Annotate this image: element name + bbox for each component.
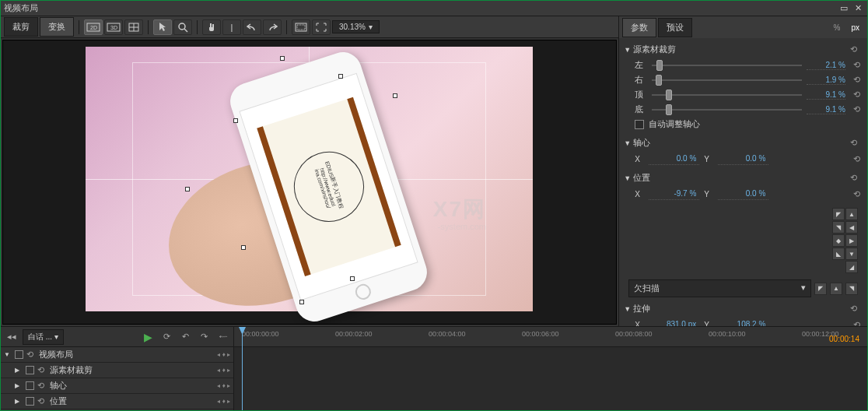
keyframe-nav[interactable]: ◂ ♦ ▸ (217, 398, 230, 405)
expand-icon[interactable]: ▶ (15, 367, 23, 374)
reset-icon[interactable]: ⟲ (850, 154, 863, 164)
slider-right[interactable] (652, 75, 802, 86)
reset-icon[interactable]: ⟲ (850, 320, 863, 327)
track-video-layout[interactable]: ▼ ⟲ 视频布局 ◂ ♦ ▸ (1, 347, 233, 363)
selection-handle[interactable] (338, 74, 343, 79)
tab-presets[interactable]: 预设 (658, 18, 692, 37)
undo-button[interactable] (243, 19, 261, 35)
stretch-x[interactable]: 831.0 px (649, 318, 699, 326)
preview-content[interactable]: EDIUS新手入门教程 http://www.eduol ina.com/xin… (167, 70, 432, 304)
value-bottom[interactable]: 9.1 % (807, 105, 845, 114)
selection-handle[interactable] (299, 300, 304, 304)
fit-button[interactable]: ◥ (845, 283, 858, 295)
stretch-y[interactable]: 108.2 % (718, 318, 768, 326)
reset-icon[interactable]: ⟲ (26, 350, 36, 360)
selection-handle[interactable] (350, 276, 355, 281)
nav-down-button[interactable]: ▼ (845, 248, 858, 260)
grid-button[interactable] (124, 19, 143, 35)
nav-up-button[interactable]: ▲ (845, 208, 858, 220)
keyframe-nav[interactable]: ◂ ♦ ▸ (217, 351, 230, 358)
selection-handle[interactable] (241, 245, 246, 250)
track-checkbox[interactable] (26, 366, 34, 374)
prev-button[interactable]: ↶ (177, 330, 193, 344)
timeline-area[interactable]: 00:00:00:00 00:00:02:00 00:00:04:00 00:0… (234, 327, 867, 410)
position-x[interactable]: -9.7 % (649, 188, 699, 200)
nav-right-button[interactable]: ▶ (845, 234, 858, 247)
safe-zone-button[interactable] (292, 19, 310, 35)
zoom-display[interactable]: 30.13% ▾ (332, 20, 380, 33)
minimize-button[interactable]: ▭ (838, 3, 850, 14)
close-button[interactable]: ✕ (852, 3, 864, 14)
section-position[interactable]: ▼ 位置 ⟲ (624, 170, 863, 186)
reset-icon[interactable]: ⟲ (850, 60, 863, 70)
unit-percent[interactable]: % (829, 22, 845, 33)
hand-tool[interactable] (202, 19, 221, 35)
reset-icon[interactable]: ⟲ (850, 104, 863, 114)
unit-pixel[interactable]: px (846, 22, 864, 33)
section-source-crop[interactable]: ▼ 源素材裁剪 ⟲ (624, 41, 863, 58)
track-axis[interactable]: ▶ ⟲ 轴心 ◂ ♦ ▸ (1, 378, 233, 394)
position-y[interactable]: 0.0 % (718, 188, 768, 200)
nav-corner-button[interactable]: ◤ (832, 208, 845, 220)
track-source-crop[interactable]: ▶ ⟲ 源素材裁剪 ◂ ♦ ▸ (1, 363, 233, 378)
reset-icon[interactable]: ⟲ (850, 189, 863, 199)
preview-area[interactable]: EDIUS新手入门教程 http://www.eduol ina.com/xin… (2, 40, 617, 325)
reset-icon[interactable]: ⟲ (850, 44, 863, 55)
selection-handle[interactable] (233, 118, 238, 123)
fit-button[interactable]: ▲ (830, 283, 842, 295)
playhead[interactable] (242, 327, 243, 410)
nav-corner-button[interactable]: ◢ (845, 261, 858, 273)
section-stretch[interactable]: ▼ 拉伸 ⟲ (624, 300, 863, 317)
slider-top[interactable] (652, 90, 802, 100)
play-button[interactable]: ▶ (140, 330, 156, 344)
nav-corner-button[interactable]: ◥ (832, 221, 845, 234)
selection-handle[interactable] (280, 56, 285, 61)
selection-handle[interactable] (185, 187, 190, 191)
axis-y[interactable]: 0.0 % (718, 153, 768, 165)
scan-dropdown[interactable]: 欠扫描 ▾ (628, 279, 811, 297)
expand-icon[interactable]: ▶ (15, 398, 23, 405)
view-3d-button[interactable]: 3D (104, 19, 123, 35)
value-top[interactable]: 9.1 % (807, 90, 845, 100)
reset-icon[interactable]: ⟲ (37, 396, 47, 406)
checkbox-auto-center[interactable] (635, 120, 644, 129)
selection-handle[interactable] (393, 93, 397, 98)
track-checkbox[interactable] (15, 350, 23, 359)
tab-params[interactable]: 参数 (622, 18, 656, 37)
fullscreen-button[interactable] (312, 19, 331, 35)
fit-button[interactable]: ◤ (814, 283, 827, 295)
value-left[interactable]: 2.1 % (807, 61, 845, 70)
layout-dropdown[interactable]: 白话 ... ▾ (23, 329, 64, 345)
reset-icon[interactable]: ⟲ (37, 365, 47, 375)
preview-canvas[interactable]: EDIUS新手入门教程 http://www.eduol ina.com/xin… (86, 47, 533, 311)
reset-icon[interactable]: ⟲ (850, 90, 863, 100)
keyframe-nav[interactable]: ◂ ♦ ▸ (217, 367, 230, 374)
slider-bottom[interactable] (652, 104, 802, 115)
reset-icon[interactable]: ⟲ (37, 381, 47, 391)
timeline-ruler[interactable]: 00:00:00:00 00:00:02:00 00:00:04:00 00:0… (234, 327, 867, 347)
view-2d-button[interactable]: 2D (84, 19, 103, 35)
reset-icon[interactable]: ⟲ (850, 75, 863, 85)
reset-icon[interactable]: ⟲ (850, 304, 863, 314)
prev-keyframe-button[interactable]: ◂◂ (4, 330, 19, 344)
expand-icon[interactable]: ▶ (15, 382, 23, 389)
graph-button[interactable]: ⬳ (215, 330, 230, 344)
tab-transform[interactable]: 变换 (40, 17, 74, 37)
loop-button[interactable]: ⟳ (159, 330, 174, 344)
track-position[interactable]: ▶ ⟲ 位置 ◂ ♦ ▸ (1, 394, 233, 409)
track-checkbox[interactable] (26, 381, 34, 390)
expand-icon[interactable]: ▼ (4, 351, 12, 358)
keyframe-nav[interactable]: ◂ ♦ ▸ (217, 382, 230, 389)
value-right[interactable]: 1.9 % (807, 76, 845, 85)
zoom-tool[interactable] (173, 19, 192, 35)
nav-corner-button[interactable]: ◣ (832, 248, 845, 260)
axis-x[interactable]: 0.0 % (649, 153, 699, 165)
next-button[interactable]: ↷ (196, 330, 212, 344)
slider-left[interactable] (652, 60, 802, 71)
nav-left-button[interactable]: ◀ (845, 221, 858, 234)
redo-button[interactable] (263, 19, 282, 35)
tab-crop[interactable]: 裁剪 (4, 17, 38, 37)
pointer-tool[interactable] (153, 19, 172, 35)
reset-icon[interactable]: ⟲ (850, 173, 863, 184)
section-axis[interactable]: ▼ 轴心 ⟲ (624, 135, 863, 151)
